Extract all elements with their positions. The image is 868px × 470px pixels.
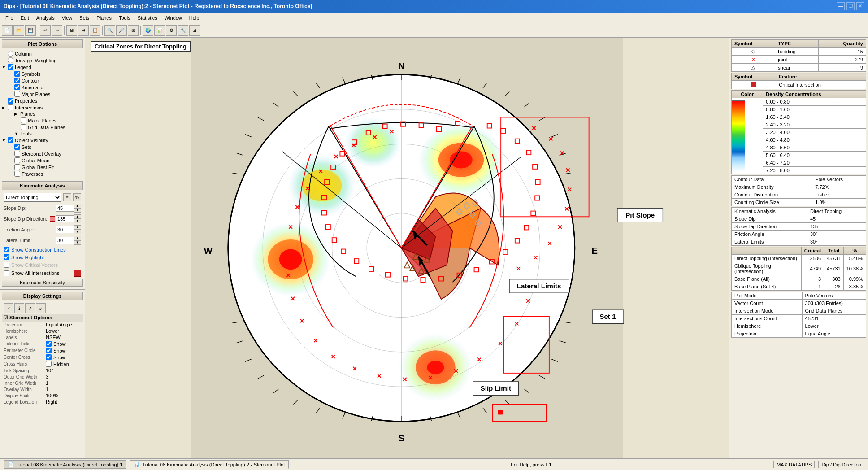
- ext-ticks-checkbox[interactable]: [46, 341, 52, 347]
- grid-data-checkbox[interactable]: [21, 124, 26, 130]
- slope-dir-down[interactable]: ▼: [74, 219, 81, 223]
- tb-filter2[interactable]: ⊿: [189, 25, 200, 36]
- properties-check[interactable]: Properties: [2, 97, 83, 104]
- tb-display[interactable]: 🖥: [66, 25, 77, 36]
- menu-tools[interactable]: Tools: [115, 14, 134, 22]
- display-info-btn[interactable]: ℹ: [14, 303, 24, 313]
- tb-globe[interactable]: 🌍: [143, 25, 153, 36]
- grid-data-check[interactable]: Grid Data Planes: [8, 124, 83, 131]
- lateral-up[interactable]: ▲: [74, 236, 81, 240]
- kinematic-checkbox[interactable]: [14, 84, 20, 90]
- stereonet-overlay-checkbox[interactable]: [14, 151, 20, 157]
- global-mean-checkbox[interactable]: [14, 157, 20, 163]
- tb-open[interactable]: 📂: [13, 25, 24, 36]
- terzaghi-radio[interactable]: Terzaghi Weighting: [2, 57, 83, 64]
- show-all-intersect-row[interactable]: Show All Intersections: [2, 269, 83, 278]
- center-cross-checkbox[interactable]: [46, 354, 52, 360]
- terzaghi-radio-input[interactable]: [8, 57, 13, 63]
- tab-2[interactable]: 📊 Tutorial 08 Kinematic Analysis (Direct…: [130, 460, 289, 469]
- legend-checkbox[interactable]: [8, 64, 13, 70]
- close-btn[interactable]: ✕: [856, 2, 864, 10]
- major-planes-checkbox[interactable]: [14, 91, 20, 97]
- show-all-intersect-checkbox[interactable]: [4, 270, 9, 276]
- object-vis-check[interactable]: ▼ Object Visibility: [2, 137, 83, 144]
- lateral-input[interactable]: [56, 237, 74, 244]
- tb-filter[interactable]: 🔧: [178, 25, 188, 36]
- column-radio[interactable]: Column: [2, 50, 83, 57]
- legend-check[interactable]: ▼ Legend: [2, 64, 83, 70]
- kinematic-type-select[interactable]: Direct Toppling: [4, 193, 61, 202]
- column-radio-input[interactable]: [8, 51, 13, 57]
- tools-check[interactable]: ▼ Tools: [8, 131, 83, 137]
- traverses-check[interactable]: Traverses: [8, 170, 83, 177]
- tb-zoom-out[interactable]: 🔎: [116, 25, 127, 36]
- tb-undo[interactable]: ↩: [40, 25, 51, 36]
- maximize-btn[interactable]: ❐: [846, 2, 855, 10]
- friction-input[interactable]: [56, 226, 74, 233]
- intersections-check[interactable]: ▶ Intersections: [2, 104, 83, 111]
- tb-zoom-fit[interactable]: ⊞: [128, 25, 139, 36]
- contour-checkbox[interactable]: [14, 78, 20, 83]
- show-construction-checkbox[interactable]: [4, 247, 9, 252]
- display-export-btn[interactable]: ↗: [25, 303, 35, 313]
- planes-expand[interactable]: ▶ Planes: [8, 111, 83, 117]
- major-planes-check[interactable]: Major Planes: [8, 91, 83, 97]
- menu-window[interactable]: Window: [161, 14, 186, 22]
- slope-dip-input[interactable]: [56, 205, 74, 212]
- menu-sets[interactable]: Sets: [76, 14, 93, 22]
- tb-chart[interactable]: 📊: [154, 25, 165, 36]
- display-check-btn[interactable]: ✓: [4, 303, 13, 313]
- global-mean-check[interactable]: Global Mean: [8, 157, 83, 164]
- kinematic-btn-2[interactable]: %: [73, 193, 81, 201]
- tb-settings[interactable]: ⚙: [166, 25, 177, 36]
- stereonet-overlay-check[interactable]: Stereonet Overlay: [8, 150, 83, 157]
- display-import-btn[interactable]: ↙: [36, 303, 46, 313]
- menu-file[interactable]: File: [2, 14, 17, 22]
- slope-dip-down[interactable]: ▼: [74, 208, 81, 213]
- tb-redo[interactable]: ↪: [52, 25, 62, 36]
- show-critical-row[interactable]: Show Critical Vectors: [2, 261, 83, 269]
- tb-copy[interactable]: 📋: [90, 25, 100, 36]
- tb-print[interactable]: 🖨: [78, 25, 89, 36]
- intersections-checkbox[interactable]: [8, 104, 13, 110]
- crosshairs-checkbox[interactable]: [46, 361, 52, 367]
- menu-planes[interactable]: Planes: [93, 14, 115, 22]
- major-planes2-checkbox[interactable]: [21, 118, 26, 123]
- menu-statistics[interactable]: Statistics: [134, 14, 161, 22]
- kinematic-sensitivity-btn[interactable]: Kinematic Sensitivity: [2, 279, 83, 287]
- major-planes2-check[interactable]: Major Planes: [8, 117, 83, 124]
- kinematic-btn-1[interactable]: ≡: [63, 193, 71, 201]
- global-best-fit-checkbox[interactable]: [14, 164, 20, 170]
- contour-check[interactable]: Contour: [8, 77, 83, 84]
- show-construction-row[interactable]: Show Construction Lines: [2, 246, 83, 253]
- tb-new[interactable]: 📄: [2, 25, 13, 36]
- slope-dir-up[interactable]: ▲: [74, 214, 81, 219]
- sets-check[interactable]: Sets: [8, 144, 83, 150]
- friction-down[interactable]: ▼: [74, 230, 81, 234]
- menu-view[interactable]: View: [58, 14, 76, 22]
- show-critical-checkbox[interactable]: [4, 262, 9, 268]
- tb-zoom-in[interactable]: 🔍: [104, 25, 115, 36]
- tab-1[interactable]: 📄 Tutorial 08 Kinematic Analysis (Direct…: [4, 460, 126, 469]
- menu-help[interactable]: Help: [186, 14, 203, 22]
- show-highlight-row[interactable]: Show Highlight: [2, 253, 83, 261]
- traverses-checkbox[interactable]: [14, 171, 20, 177]
- menu-analysis[interactable]: Analysis: [33, 14, 58, 22]
- friction-up[interactable]: ▲: [74, 225, 81, 230]
- intersect-color-btn[interactable]: [74, 270, 81, 277]
- slope-dir-input[interactable]: [56, 215, 74, 222]
- perimeter-checkbox[interactable]: [46, 348, 52, 353]
- kinematic-check[interactable]: Kinematic: [8, 84, 83, 91]
- show-highlight-checkbox[interactable]: [4, 254, 9, 260]
- menu-edit[interactable]: Edit: [17, 14, 33, 22]
- lateral-down[interactable]: ▼: [74, 240, 81, 245]
- sets-checkbox[interactable]: [14, 144, 20, 150]
- object-vis-checkbox[interactable]: [8, 137, 13, 143]
- title-bar-controls[interactable]: — ❐ ✕: [837, 2, 864, 10]
- properties-checkbox[interactable]: [8, 98, 13, 104]
- global-best-fit-check[interactable]: Global Best Fit: [8, 164, 83, 170]
- minimize-btn[interactable]: —: [837, 2, 845, 10]
- symbols-checkbox[interactable]: [14, 71, 20, 77]
- symbols-check[interactable]: Symbols: [8, 70, 83, 77]
- tb-save[interactable]: 💾: [25, 25, 36, 36]
